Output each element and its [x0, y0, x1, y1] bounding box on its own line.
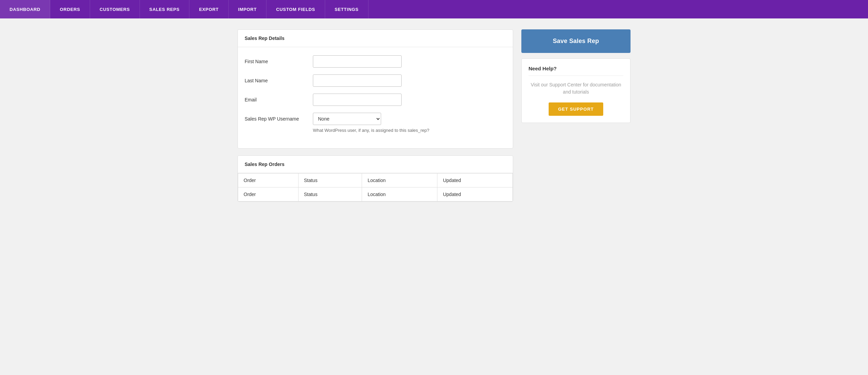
get-support-button[interactable]: GET SUPPORT	[549, 102, 604, 116]
right-column: Save Sales Rep Need Help? Visit our Supp…	[521, 29, 631, 202]
col-updated-header: Updated	[437, 173, 513, 188]
sales-rep-details-title: Sales Rep Details	[245, 36, 285, 41]
sales-rep-orders-title: Sales Rep Orders	[245, 162, 285, 167]
nav-item-dashboard[interactable]: DASHBOARD	[0, 0, 50, 18]
page-content: Sales Rep Details First Name Last Name E…	[229, 18, 639, 213]
last-name-label: Last Name	[245, 78, 313, 83]
first-name-row: First Name	[245, 55, 506, 68]
orders-table-body: Order Status Location Updated	[238, 188, 513, 202]
col-location-header: Location	[362, 173, 437, 188]
nav-item-orders[interactable]: ORDERS	[50, 0, 90, 18]
cell-order: Order	[238, 188, 299, 202]
nav-item-settings[interactable]: SETTINGS	[325, 0, 368, 18]
orders-table-head: Order Status Location Updated	[238, 173, 513, 188]
wp-username-label: Sales Rep WP Username	[245, 116, 313, 122]
nav-item-export[interactable]: EXPORT	[189, 0, 228, 18]
sales-rep-orders-body: Order Status Location Updated Order Stat…	[238, 173, 513, 202]
sales-rep-orders-card: Sales Rep Orders Order Status Location U…	[237, 155, 513, 202]
sales-rep-details-body: First Name Last Name Email Sales Rep WP	[238, 47, 513, 148]
nav-item-import[interactable]: IMPORT	[229, 0, 266, 18]
help-card-description: Visit our Support Center for documentati…	[529, 81, 623, 96]
cell-updated: Updated	[437, 188, 513, 202]
orders-table-header-row: Order Status Location Updated	[238, 173, 513, 188]
main-navigation: DASHBOARD ORDERS CUSTOMERS SALES REPS EX…	[0, 0, 868, 18]
table-row: Order Status Location Updated	[238, 188, 513, 202]
wp-username-hint: What WordPress user, if any, is assigned…	[313, 128, 429, 133]
col-status-header: Status	[298, 173, 362, 188]
cell-location: Location	[362, 188, 437, 202]
orders-table: Order Status Location Updated Order Stat…	[238, 173, 513, 202]
wp-username-row: Sales Rep WP Username None What WordPres…	[245, 113, 506, 133]
sales-rep-orders-header: Sales Rep Orders	[238, 156, 513, 173]
save-sales-rep-button[interactable]: Save Sales Rep	[521, 29, 631, 53]
nav-item-custom-fields[interactable]: CUSTOM FIELDS	[266, 0, 325, 18]
nav-item-customers[interactable]: CUSTOMERS	[90, 0, 140, 18]
wp-username-select[interactable]: None	[313, 113, 381, 125]
sales-rep-details-card: Sales Rep Details First Name Last Name E…	[237, 29, 513, 149]
sales-rep-details-header: Sales Rep Details	[238, 30, 513, 47]
email-input[interactable]	[313, 94, 402, 106]
help-card-title: Need Help?	[529, 66, 623, 76]
nav-item-sales-reps[interactable]: SALES REPS	[140, 0, 190, 18]
col-order-header: Order	[238, 173, 299, 188]
last-name-row: Last Name	[245, 74, 506, 87]
cell-status: Status	[298, 188, 362, 202]
email-label: Email	[245, 97, 313, 102]
first-name-input[interactable]	[313, 55, 402, 68]
help-card: Need Help? Visit our Support Center for …	[521, 58, 631, 123]
left-column: Sales Rep Details First Name Last Name E…	[237, 29, 513, 202]
first-name-label: First Name	[245, 59, 313, 64]
email-row: Email	[245, 94, 506, 106]
last-name-input[interactable]	[313, 74, 402, 87]
wp-username-field-row: Sales Rep WP Username None	[245, 113, 506, 125]
